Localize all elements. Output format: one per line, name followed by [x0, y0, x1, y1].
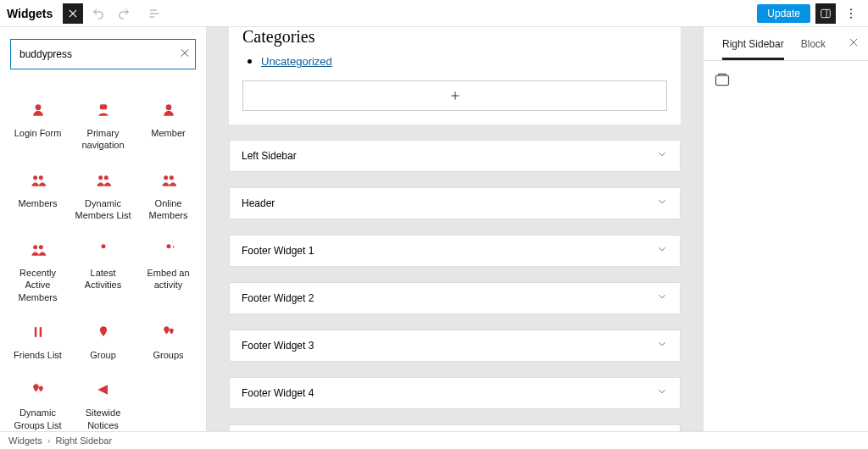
block-item-label: Sitewide Notices: [74, 407, 132, 431]
groups-icon: [159, 322, 179, 342]
chevron-down-icon: [656, 385, 668, 401]
category-link-uncategorized[interactable]: Uncategorized: [261, 55, 332, 68]
update-button[interactable]: Update: [757, 4, 810, 23]
block-item[interactable]: Dynamic Groups List: [5, 374, 70, 431]
svg-rect-23: [34, 327, 36, 337]
svg-point-19: [33, 245, 37, 249]
recent-members-icon: [28, 240, 48, 260]
widget-areas-canvas: Categories Uncategorized Left SidebarHea…: [207, 27, 703, 431]
svg-rect-29: [716, 75, 729, 86]
dynamic-members-icon: [93, 170, 114, 191]
widget-area-row[interactable]: Footer Widget 2: [229, 282, 681, 314]
svg-point-7: [850, 8, 852, 10]
svg-point-17: [164, 175, 168, 180]
widget-area-label: Footer Widget 4: [242, 387, 314, 399]
undo-icon: [92, 7, 105, 20]
block-item-label: Groups: [153, 349, 183, 361]
close-inserter-button[interactable]: [63, 3, 83, 24]
widget-area-row[interactable]: Left Sidebar: [229, 140, 681, 172]
block-item-label: Members: [19, 197, 58, 209]
block-item[interactable]: Latest Activities: [70, 235, 136, 308]
svg-point-8: [850, 13, 852, 14]
close-settings-button[interactable]: [839, 27, 868, 60]
group-icon: [93, 322, 114, 342]
member-icon: [159, 100, 179, 120]
block-item[interactable]: Members: [5, 165, 70, 227]
block-inserter-panel: Login FormPrimary navigationMemberMember…: [0, 27, 207, 431]
chevron-down-icon: [656, 243, 668, 258]
breadcrumb-item[interactable]: Widgets: [8, 435, 42, 446]
block-item[interactable]: Sitewide Notices: [70, 374, 136, 431]
latest-activities-icon: [93, 240, 114, 260]
settings-panel-toggle[interactable]: [815, 3, 836, 24]
redo-button[interactable]: [114, 3, 134, 24]
sidebar-icon: [820, 8, 832, 19]
widget-area-row[interactable]: Footer Widget 4: [229, 377, 681, 409]
widget-area-row[interactable]: Footer Widget 5: [229, 424, 681, 431]
svg-point-14: [38, 175, 42, 180]
block-item[interactable]: Login Form: [5, 95, 70, 157]
undo-button[interactable]: [88, 3, 108, 24]
members-icon: [28, 170, 48, 191]
widget-area-label: Footer Widget 1: [242, 245, 314, 257]
settings-sidebar: Right Sidebar Block: [703, 27, 868, 431]
plus-icon: [448, 89, 462, 103]
block-item[interactable]: Primary navigation: [70, 95, 136, 157]
svg-point-22: [166, 245, 170, 249]
block-item-label: Primary navigation: [74, 127, 132, 152]
block-item[interactable]: Groups: [136, 317, 201, 366]
list-view-icon: [147, 7, 161, 20]
widget-area-row[interactable]: Header: [229, 187, 681, 219]
block-item-label: Friends List: [14, 349, 62, 361]
friends-list-icon: [28, 322, 48, 342]
svg-point-13: [33, 175, 37, 180]
block-item-label: Dynamic Members List: [74, 197, 132, 222]
svg-point-21: [101, 245, 105, 249]
svg-point-18: [169, 175, 173, 180]
tab-block[interactable]: Block: [793, 27, 834, 60]
list-view-button[interactable]: [144, 3, 164, 24]
breadcrumb: Widgets › Right Sidebar: [0, 431, 868, 449]
embed-activity-icon: [159, 240, 179, 260]
block-search-input[interactable]: [10, 39, 196, 69]
sitewide-notices-icon: [93, 380, 114, 400]
categories-widget: Categories Uncategorized: [229, 27, 681, 125]
widget-area-icon: [714, 71, 731, 88]
svg-point-20: [38, 245, 42, 249]
page-title: Widgets: [7, 7, 53, 20]
widget-area-label: Header: [242, 197, 275, 209]
block-item-label: Dynamic Groups List: [8, 407, 67, 431]
block-item-label: Online Members: [139, 197, 198, 222]
breadcrumb-item[interactable]: Right Sidebar: [55, 435, 112, 446]
primary-navigation-icon: [93, 100, 114, 120]
more-vertical-icon: [844, 7, 858, 20]
block-item-label: Group: [90, 349, 116, 361]
clear-search-button[interactable]: [179, 47, 191, 62]
add-block-button[interactable]: [242, 80, 667, 111]
block-item[interactable]: Embed an activity: [136, 235, 201, 308]
widget-area-row[interactable]: Footer Widget 3: [229, 330, 681, 362]
block-item-label: Login Form: [14, 127, 62, 139]
block-item[interactable]: Member: [136, 95, 201, 157]
svg-point-15: [98, 175, 103, 180]
widget-area-label: Left Sidebar: [242, 150, 297, 162]
options-button[interactable]: [841, 3, 861, 24]
chevron-down-icon: [656, 338, 668, 353]
block-item-label: Embed an activity: [139, 267, 198, 291]
widget-area-row[interactable]: Footer Widget 1: [229, 235, 681, 267]
top-toolbar: Widgets Update: [0, 0, 868, 27]
block-item[interactable]: Group: [70, 317, 136, 366]
svg-point-9: [850, 16, 852, 18]
close-icon: [848, 36, 860, 48]
tab-right-sidebar[interactable]: Right Sidebar: [714, 27, 793, 60]
svg-rect-24: [39, 327, 42, 337]
block-item[interactable]: Online Members: [136, 165, 201, 227]
block-item[interactable]: Recently Active Members: [5, 235, 70, 308]
categories-heading: Categories: [242, 27, 667, 47]
chevron-down-icon: [656, 148, 668, 164]
block-item-label: Latest Activities: [74, 267, 132, 291]
block-item[interactable]: Dynamic Members List: [70, 165, 136, 227]
online-members-icon: [159, 170, 179, 191]
block-item-label: Member: [151, 127, 185, 139]
block-item[interactable]: Friends List: [5, 317, 70, 366]
